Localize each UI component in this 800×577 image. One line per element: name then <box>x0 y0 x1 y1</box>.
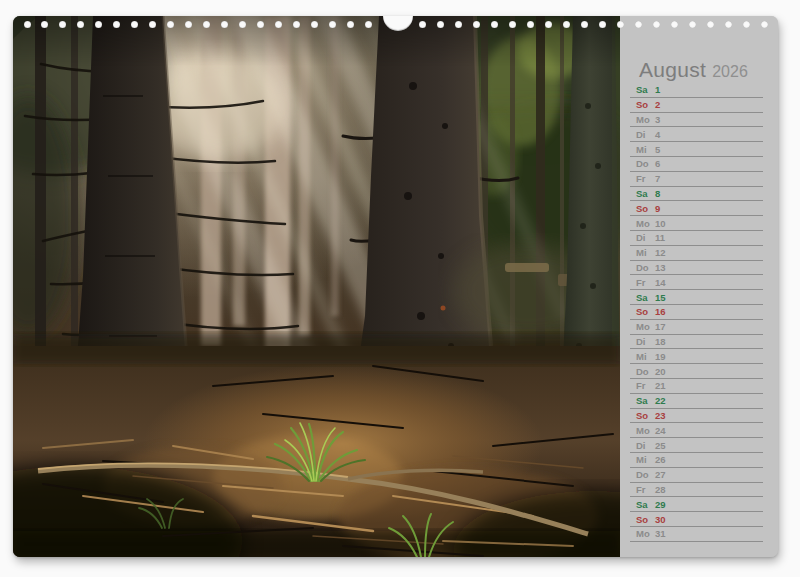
day-number: 13 <box>655 262 666 273</box>
binding-hole <box>59 21 66 28</box>
day-number: 1 <box>655 84 660 95</box>
binding-hole <box>743 21 750 28</box>
day-number: 5 <box>655 144 660 155</box>
calendar-day-row: Mo10 <box>630 216 763 231</box>
calendar-day-row: Sa1 <box>630 83 763 98</box>
weekday-label: Do <box>636 469 653 480</box>
binding-hole <box>203 21 210 28</box>
day-number: 14 <box>655 277 666 288</box>
weekday-label: Mo <box>636 528 653 539</box>
binding-hole <box>653 21 660 28</box>
calendar-day-row: Mo17 <box>630 320 763 335</box>
weekday-label: Do <box>636 366 653 377</box>
day-number: 20 <box>655 366 666 377</box>
weekday-label: Sa <box>636 84 653 95</box>
weekday-label: Fr <box>636 484 653 495</box>
month-label: August <box>639 58 706 81</box>
binding-hole <box>149 21 156 28</box>
binding-hole <box>167 21 174 28</box>
day-number: 3 <box>655 114 660 125</box>
forest-photo-image <box>13 16 620 557</box>
weekday-label: Mi <box>636 247 653 258</box>
calendar-day-row: So2 <box>630 98 763 113</box>
calendar-day-row: Di4 <box>630 127 763 142</box>
calendar-day-row: Do20 <box>630 364 763 379</box>
calendar-day-row: Fr14 <box>630 275 763 290</box>
binding-hole <box>221 21 228 28</box>
day-number: 9 <box>655 203 660 214</box>
weekday-label: Sa <box>636 395 653 406</box>
weekday-label: Do <box>636 158 653 169</box>
calendar-page: August2026 Sa1So2Mo3Di4Mi5Do6Fr7Sa8So9Mo… <box>13 16 778 557</box>
day-number: 17 <box>655 321 666 332</box>
binding-hole <box>95 21 102 28</box>
calendar-day-row: Sa15 <box>630 290 763 305</box>
binding-hole <box>347 21 354 28</box>
weekday-label: So <box>636 306 653 317</box>
binding-hole <box>689 21 696 28</box>
day-number: 27 <box>655 469 666 480</box>
day-number: 7 <box>655 173 660 184</box>
calendar-day-row: Mi19 <box>630 349 763 364</box>
binding-hole <box>329 21 336 28</box>
calendar-sidebar: August2026 Sa1So2Mo3Di4Mi5Do6Fr7Sa8So9Mo… <box>620 16 778 557</box>
binding-hole <box>293 21 300 28</box>
binding-hole <box>437 21 444 28</box>
day-number: 22 <box>655 395 666 406</box>
weekday-label: Mi <box>636 144 653 155</box>
calendar-day-row: Fr21 <box>630 379 763 394</box>
day-number: 19 <box>655 351 666 362</box>
weekday-label: Sa <box>636 292 653 303</box>
calendar-day-row: Di25 <box>630 438 763 453</box>
day-number: 29 <box>655 499 666 510</box>
weekday-label: Mo <box>636 425 653 436</box>
binding-hole <box>581 21 588 28</box>
calendar-day-row: So9 <box>630 201 763 216</box>
day-number: 10 <box>655 218 666 229</box>
day-number: 28 <box>655 484 666 495</box>
binding-hole <box>24 21 31 28</box>
weekday-label: So <box>636 410 653 421</box>
weekday-label: Mo <box>636 321 653 332</box>
binding-hole <box>491 21 498 28</box>
binding-hole <box>707 21 714 28</box>
day-number: 24 <box>655 425 666 436</box>
weekday-label: Mo <box>636 218 653 229</box>
binding-hole <box>131 21 138 28</box>
weekday-label: Fr <box>636 173 653 184</box>
month-title: August2026 <box>639 58 748 82</box>
calendar-day-row: So23 <box>630 409 763 424</box>
day-number: 25 <box>655 440 666 451</box>
binding-hole <box>77 21 84 28</box>
weekday-label: So <box>636 514 653 525</box>
day-number: 31 <box>655 528 666 539</box>
binding-hole <box>617 21 624 28</box>
weekday-label: Mi <box>636 454 653 465</box>
binding-hole <box>473 21 480 28</box>
binding-hole <box>455 21 462 28</box>
weekday-label: Sa <box>636 499 653 510</box>
day-number: 12 <box>655 247 666 258</box>
calendar-day-row: Mo31 <box>630 527 763 542</box>
binding-hole <box>275 21 282 28</box>
year-label: 2026 <box>712 63 748 80</box>
weekday-label: Di <box>636 440 653 451</box>
calendar-day-row: Sa29 <box>630 497 763 512</box>
calendar-day-row: Mo24 <box>630 423 763 438</box>
binding-hole <box>113 21 120 28</box>
binding-hole <box>671 21 678 28</box>
day-number: 6 <box>655 158 660 169</box>
binding-hole <box>365 21 372 28</box>
weekday-label: Mi <box>636 351 653 362</box>
calendar-day-row: Di18 <box>630 335 763 350</box>
binding-hole <box>419 21 426 28</box>
day-number: 4 <box>655 129 660 140</box>
binding-hole <box>185 21 192 28</box>
weekday-label: Sa <box>636 188 653 199</box>
binding-hole <box>509 21 516 28</box>
binding-hole <box>311 21 318 28</box>
weekday-label: Fr <box>636 380 653 391</box>
weekday-label: Do <box>636 262 653 273</box>
weekday-label: Di <box>636 232 653 243</box>
weekday-label: Mo <box>636 114 653 125</box>
